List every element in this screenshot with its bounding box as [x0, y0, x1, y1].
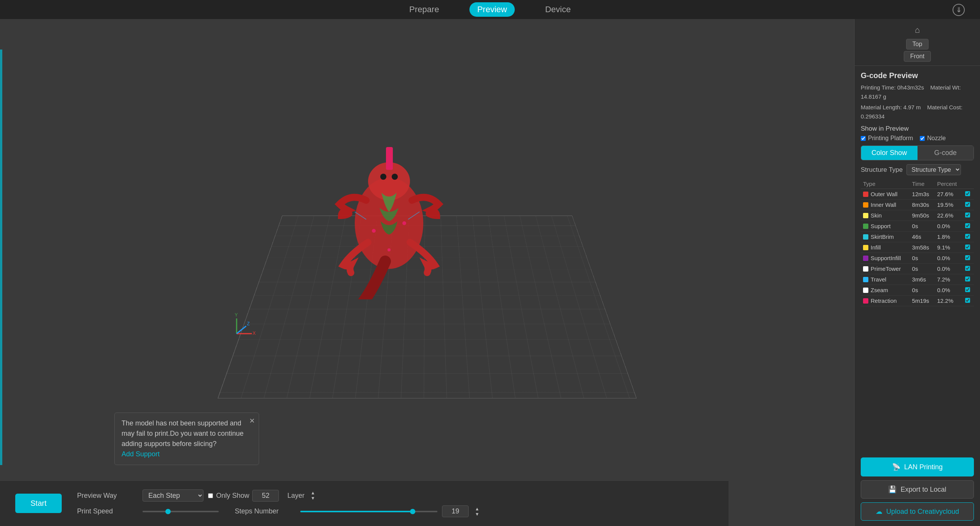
- steps-number-input[interactable]: 19: [442, 505, 469, 517]
- main-viewport: X Y Z ✕ The model has not been supported…: [0, 19, 854, 526]
- row-checkbox[interactable]: [965, 287, 970, 292]
- grid-platform: X Y Z: [218, 94, 637, 398]
- preview-tab[interactable]: Preview: [469, 2, 514, 17]
- row-checkbox[interactable]: [965, 191, 970, 196]
- percent-cell: 0.0%: [935, 253, 963, 264]
- printing-platform-check[interactable]: Printing Platform: [861, 135, 913, 142]
- top-view-button[interactable]: Top: [906, 39, 929, 50]
- lan-printing-button[interactable]: 📡 LAN Printing: [861, 457, 974, 476]
- percent-cell: 19.5%: [935, 200, 963, 210]
- svg-text:Z: Z: [247, 321, 250, 326]
- time-cell: 8m30s: [910, 200, 935, 210]
- type-cell: Inner Wall: [861, 200, 910, 210]
- svg-line-12: [237, 326, 246, 334]
- steps-number-label: Steps Number: [235, 507, 296, 515]
- time-cell: 12m3s: [910, 189, 935, 200]
- row-checkbox[interactable]: [965, 298, 970, 303]
- warning-box: ✕ The model has not been supported and m…: [114, 412, 259, 465]
- lizard-svg: [298, 117, 480, 299]
- only-show-checkbox[interactable]: [208, 493, 213, 498]
- table-row: SupportInfill 0s 0.0%: [861, 253, 974, 264]
- row-checkbox-cell[interactable]: [963, 285, 974, 296]
- row-checkbox-cell[interactable]: [963, 189, 974, 200]
- row-checkbox[interactable]: [965, 213, 970, 217]
- row-checkbox[interactable]: [965, 255, 970, 260]
- percent-cell: 9.1%: [935, 242, 963, 253]
- svg-text:Y: Y: [235, 312, 238, 318]
- upload-cloud-button[interactable]: ☁ Upload to Creativycloud: [861, 502, 974, 521]
- time-cell: 3m58s: [910, 242, 935, 253]
- front-view-button[interactable]: Front: [904, 51, 931, 62]
- svg-text:X: X: [253, 331, 256, 336]
- add-support-link[interactable]: Add Support: [122, 450, 160, 458]
- home-view-button[interactable]: ⌂: [913, 23, 922, 37]
- row-checkbox-cell[interactable]: [963, 242, 974, 253]
- type-col-header: Type: [861, 179, 910, 189]
- device-tab[interactable]: Device: [538, 2, 578, 17]
- type-cell: SupportInfill: [861, 253, 910, 264]
- type-cell: Zseam: [861, 285, 910, 296]
- row-checkbox-cell[interactable]: [963, 264, 974, 274]
- svg-point-2: [380, 174, 386, 180]
- type-color-dot: [863, 288, 868, 293]
- table-row: Zseam 0s 0.0%: [861, 285, 974, 296]
- time-cell: 0s: [910, 285, 935, 296]
- time-cell: 5m19s: [910, 296, 935, 306]
- table-row: Travel 3m6s 7.2%: [861, 274, 974, 285]
- type-cell: SkirtBrim: [861, 232, 910, 242]
- printing-time-label: Printing Time: 0h43m32s: [861, 84, 924, 91]
- steps-stepper[interactable]: ▲ ▼: [475, 507, 479, 516]
- structure-type-select[interactable]: Structure Type: [906, 164, 961, 175]
- row-checkbox-cell[interactable]: [963, 274, 974, 285]
- steps-number-slider[interactable]: [300, 511, 437, 512]
- warning-message: The model has not been supported and may…: [122, 419, 243, 448]
- type-cell: Travel: [861, 274, 910, 285]
- material-info: Material Length: 4.97 m Material Cost: 0…: [861, 103, 974, 121]
- row-checkbox-cell[interactable]: [963, 221, 974, 232]
- row-checkbox[interactable]: [965, 245, 970, 249]
- row-checkbox-cell[interactable]: [963, 253, 974, 264]
- preview-way-select[interactable]: Each Step: [143, 489, 203, 502]
- type-color-dot: [863, 256, 868, 261]
- svg-point-4: [372, 229, 376, 233]
- percent-col-header: Percent: [935, 179, 963, 189]
- row-checkbox-cell[interactable]: [963, 232, 974, 242]
- xyz-axis-indicator: X Y Z: [233, 307, 263, 337]
- type-name: Support: [871, 223, 891, 229]
- gcode-panel: G-code Preview Printing Time: 0h43m32s M…: [855, 66, 980, 452]
- row-checkbox[interactable]: [965, 234, 970, 239]
- type-name: Infill: [871, 244, 881, 251]
- warning-close-button[interactable]: ✕: [249, 416, 255, 426]
- row-checkbox[interactable]: [965, 266, 970, 271]
- gcode-tab[interactable]: G-code: [918, 146, 974, 160]
- row-checkbox-cell[interactable]: [963, 210, 974, 221]
- only-show-row: Only Show 52: [208, 490, 279, 502]
- row-checkbox[interactable]: [965, 277, 970, 281]
- type-name: Retraction: [871, 297, 897, 304]
- only-show-value[interactable]: 52: [252, 490, 279, 502]
- nozzle-checkbox[interactable]: [920, 136, 925, 141]
- row-checkbox-cell[interactable]: [963, 200, 974, 210]
- color-show-tab[interactable]: Color Show: [861, 146, 918, 160]
- top-nav: Prepare Preview Device ⇓: [0, 0, 980, 19]
- prepare-tab[interactable]: Prepare: [402, 2, 447, 17]
- row-checkbox-cell[interactable]: [963, 296, 974, 306]
- export-local-button[interactable]: 💾 Export to Local: [861, 480, 974, 499]
- time-cell: 46s: [910, 232, 935, 242]
- percent-cell: 7.2%: [935, 274, 963, 285]
- layer-stepper[interactable]: ▲ ▼: [311, 491, 315, 500]
- printing-platform-checkbox[interactable]: [861, 136, 866, 141]
- row-checkbox[interactable]: [965, 223, 970, 228]
- type-color-dot: [863, 298, 868, 304]
- structure-table: Type Time Percent Outer Wall 12m3s 27.6%: [861, 179, 974, 306]
- right-panel: ⌂ Top Front G-code Preview Printing Time…: [854, 19, 980, 526]
- row-checkbox[interactable]: [965, 202, 970, 207]
- svg-point-6: [388, 248, 391, 251]
- download-icon[interactable]: ⇓: [953, 4, 965, 16]
- print-speed-slider[interactable]: [143, 511, 219, 512]
- type-cell: Support: [861, 221, 910, 232]
- nozzle-check[interactable]: Nozzle: [920, 135, 946, 142]
- time-cell: 0s: [910, 264, 935, 274]
- start-button[interactable]: Start: [15, 494, 62, 513]
- time-col-header: Time: [910, 179, 935, 189]
